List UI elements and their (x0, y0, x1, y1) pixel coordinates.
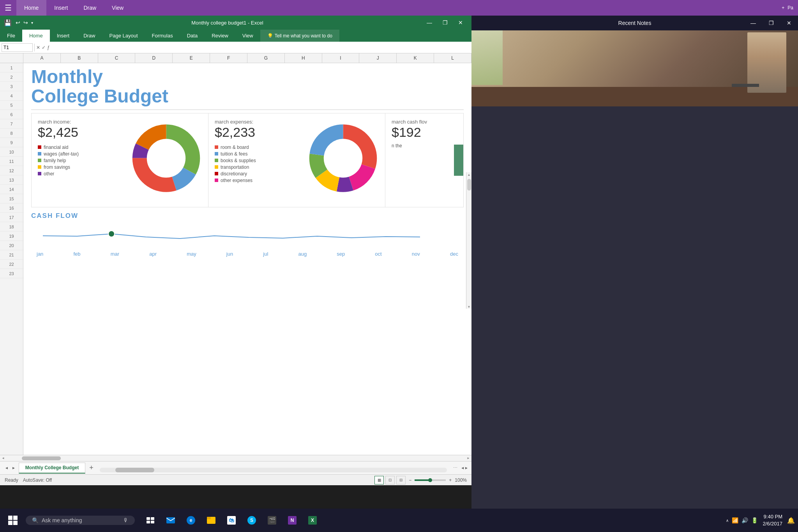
col-header-k[interactable]: K (397, 53, 434, 63)
col-header-g[interactable]: G (247, 53, 285, 63)
tab-draw[interactable]: Draw (76, 0, 104, 16)
formula-input[interactable] (51, 43, 470, 52)
ribbon-tab-page-layout[interactable]: Page Layout (102, 30, 145, 42)
time-date-display[interactable]: 9:40 PM 2/6/2017 (763, 513, 782, 527)
notifications-icon[interactable]: 🔔 (787, 517, 795, 524)
undo-button[interactable]: ↩ (16, 19, 20, 26)
row-num-10[interactable]: 10 (0, 147, 23, 157)
store-icon[interactable]: 🛍 (222, 511, 241, 530)
row-num-13[interactable]: 13 (0, 175, 23, 185)
sheet-scrollbar-thumb[interactable] (115, 468, 154, 472)
col-header-l[interactable]: L (434, 53, 471, 63)
maximize-notes-button[interactable]: ❐ (762, 16, 780, 30)
sheet-nav-prev[interactable]: ◄ (3, 461, 10, 475)
zoom-handle[interactable] (428, 478, 432, 482)
ribbon-tab-home[interactable]: Home (22, 30, 50, 42)
zoom-minus[interactable]: − (409, 477, 411, 483)
films-icon[interactable]: 🎬 (263, 511, 281, 530)
ribbon-tab-file[interactable]: File (0, 30, 22, 42)
cancel-formula-icon[interactable]: ✕ (36, 45, 40, 50)
zoom-track[interactable] (415, 479, 446, 481)
restore-button[interactable]: ❐ (437, 16, 453, 30)
row-num-19[interactable]: 19 (0, 232, 23, 241)
row-num-14[interactable]: 14 (0, 185, 23, 194)
row-num-3[interactable]: 3 (0, 82, 23, 91)
close-notes-button[interactable]: ✕ (780, 16, 798, 30)
volume-icon[interactable]: 🔊 (742, 517, 748, 523)
col-header-c[interactable]: C (98, 53, 136, 63)
ribbon-tab-formulas[interactable]: Formulas (145, 30, 180, 42)
mic-icon[interactable]: 🎙 (123, 517, 129, 523)
ribbon-tab-insert[interactable]: Insert (50, 30, 77, 42)
col-header-h[interactable]: H (285, 53, 322, 63)
battery-icon[interactable]: 🔋 (751, 517, 758, 523)
row-num-11[interactable]: 11 (0, 157, 23, 166)
zoom-slider[interactable]: − + (409, 477, 452, 483)
sheet-scroll-right[interactable]: ► (464, 466, 468, 470)
row-num-23[interactable]: 23 (0, 269, 23, 278)
row-num-4[interactable]: 4 (0, 91, 23, 101)
row-num-1[interactable]: 1 (0, 63, 23, 72)
row-num-18[interactable]: 18 (0, 222, 23, 232)
row-num-22[interactable]: 22 (0, 260, 23, 269)
col-header-f[interactable]: F (210, 53, 247, 63)
tab-insert[interactable]: Insert (46, 0, 76, 16)
qat-dropdown[interactable]: ▾ (31, 21, 33, 25)
scroll-right-arrow[interactable]: ► (467, 456, 470, 460)
chevron-icon[interactable]: ∧ (726, 518, 729, 523)
minimize-notes-button[interactable]: — (744, 16, 762, 30)
row-num-9[interactable]: 9 (0, 138, 23, 147)
col-header-e[interactable]: E (173, 53, 210, 63)
row-num-16[interactable]: 16 (0, 203, 23, 213)
page-break-view-icon[interactable]: ⊟ (396, 476, 406, 484)
row-num-15[interactable]: 15 (0, 194, 23, 203)
row-num-21[interactable]: 21 (0, 250, 23, 260)
zoom-plus[interactable]: + (449, 477, 452, 483)
hamburger-button[interactable]: ☰ (0, 3, 16, 12)
horizontal-scrollbar[interactable]: ◄ ► (0, 455, 471, 461)
task-view-button[interactable] (141, 511, 160, 530)
sheet-tab-monthly[interactable]: Monthly College Budget (19, 463, 85, 474)
sheet-scrollbar-track[interactable] (100, 468, 447, 472)
row-num-17[interactable]: 17 (0, 213, 23, 222)
tab-home[interactable]: Home (16, 0, 46, 16)
tell-me-input[interactable]: 💡 Tell me what you want to do (260, 30, 339, 42)
onenote-icon[interactable]: N (283, 511, 302, 530)
right-scrollbar[interactable]: ▲ ▼ (466, 172, 471, 309)
edge-browser-icon[interactable]: e (182, 511, 200, 530)
row-num-2[interactable]: 2 (0, 72, 23, 82)
col-header-a[interactable]: A (23, 53, 61, 63)
row-num-7[interactable]: 7 (0, 119, 23, 129)
add-sheet-button[interactable]: + (86, 464, 97, 472)
file-explorer-icon[interactable] (202, 511, 221, 530)
cell-reference[interactable]: T1 (2, 43, 33, 52)
sheet-content[interactable]: Monthly College Budget march income: $2,… (23, 63, 471, 455)
row-num-6[interactable]: 6 (0, 110, 23, 119)
row-num-20[interactable]: 20 (0, 241, 23, 250)
page-layout-view-icon[interactable]: ⊡ (385, 476, 395, 484)
sheet-nav-next[interactable]: ► (10, 461, 17, 475)
minimize-button[interactable]: — (422, 16, 437, 30)
start-button[interactable] (3, 511, 23, 530)
row-num-12[interactable]: 12 (0, 166, 23, 175)
scroll-down-arrow[interactable]: ▼ (468, 305, 471, 309)
col-header-b[interactable]: B (61, 53, 98, 63)
scroll-thumb[interactable] (467, 179, 471, 191)
col-header-j[interactable]: J (359, 53, 397, 63)
ribbon-tab-review[interactable]: Review (205, 30, 235, 42)
scroll-left-arrow[interactable]: ◄ (2, 456, 5, 460)
sheet-scroll-left[interactable]: ◄ (461, 466, 464, 470)
row-num-5[interactable]: 5 (0, 101, 23, 110)
ribbon-tab-data[interactable]: Data (180, 30, 205, 42)
ribbon-tab-draw[interactable]: Draw (76, 30, 102, 42)
search-bar[interactable]: 🔍 Ask me anything 🎙 (26, 516, 135, 525)
excel-icon[interactable]: X (303, 511, 322, 530)
col-header-d[interactable]: D (135, 53, 173, 63)
h-scrollbar-track[interactable] (6, 456, 465, 460)
row-num-8[interactable]: 8 (0, 129, 23, 138)
h-scrollbar-thumb[interactable] (22, 456, 61, 460)
ribbon-tab-view[interactable]: View (235, 30, 260, 42)
add-page-button[interactable]: + (782, 5, 784, 11)
save-button[interactable]: 💾 (3, 19, 12, 27)
col-header-i[interactable]: I (322, 53, 360, 63)
